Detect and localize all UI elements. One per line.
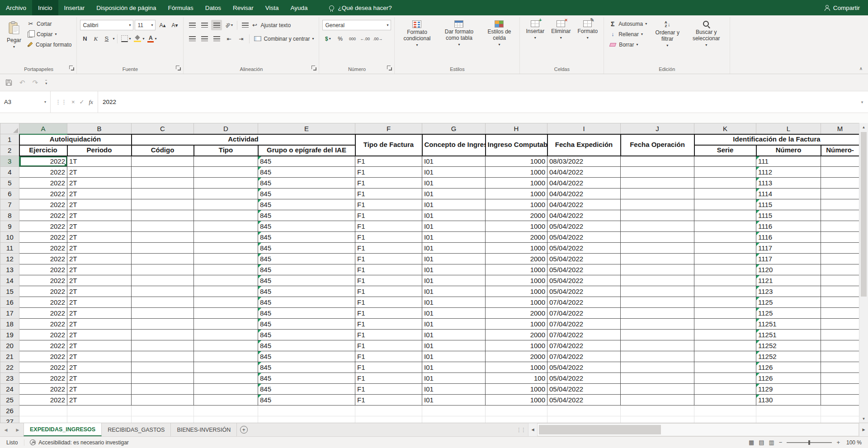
cell-C5[interactable] (132, 178, 194, 189)
cell-G27[interactable] (422, 416, 486, 423)
cell-C16[interactable] (132, 297, 194, 308)
cell-A24[interactable]: 2022 (19, 384, 67, 395)
cell-H15[interactable]: 1000 (486, 286, 547, 297)
header-cell[interactable]: Ingreso Computable (486, 134, 547, 156)
cell-styles-button[interactable]: Estilos de celda ▾ (482, 19, 516, 47)
cell-M23[interactable] (821, 373, 859, 384)
cell-G3[interactable]: I01 (422, 156, 486, 167)
cell-I27[interactable] (547, 416, 621, 423)
row-header-9[interactable]: 9 (0, 221, 19, 232)
cell-I25[interactable]: 05/04/2022 (547, 395, 621, 406)
cell-G26[interactable] (422, 406, 486, 416)
row-header-5[interactable]: 5 (0, 178, 19, 189)
cell-F13[interactable]: F1 (355, 264, 422, 275)
cell-B21[interactable]: 2T (67, 351, 132, 362)
cell-H24[interactable]: 1000 (486, 384, 547, 395)
cell-K9[interactable] (694, 221, 756, 232)
menu-tab-ayuda[interactable]: Ayuda (285, 0, 314, 15)
column-header-J[interactable]: J (621, 123, 694, 134)
formula-bar-expand-button[interactable]: ▾ (856, 91, 868, 113)
cell-H27[interactable] (486, 416, 547, 423)
decrease-font-size-button[interactable]: A▾ (169, 20, 180, 30)
cell-C22[interactable] (132, 362, 194, 373)
cell-D9[interactable] (194, 221, 258, 232)
cell-A26[interactable] (19, 406, 67, 416)
cell-J6[interactable] (621, 189, 694, 199)
cell-C27[interactable] (132, 416, 194, 423)
increase-font-size-button[interactable]: A▴ (157, 20, 168, 30)
cell-M15[interactable] (821, 286, 859, 297)
cell-L13[interactable]: 1120 (756, 264, 821, 275)
cell-L23[interactable]: 1126 (756, 373, 821, 384)
cell-M3[interactable] (821, 156, 859, 167)
cell-G13[interactable]: I01 (422, 264, 486, 275)
underline-button[interactable]: S (102, 33, 111, 44)
cell-G8[interactable]: I01 (422, 210, 486, 221)
cell-B5[interactable]: 2T (67, 178, 132, 189)
align-right-button[interactable] (211, 33, 222, 44)
row-header-14[interactable]: 14 (0, 275, 19, 286)
cell-E26[interactable] (258, 406, 355, 416)
cell-D3[interactable] (194, 156, 258, 167)
cell-B4[interactable]: 2T (67, 167, 132, 178)
cell-C19[interactable] (132, 330, 194, 340)
cell-E10[interactable]: 845 (258, 232, 355, 243)
cell-K17[interactable] (694, 308, 756, 319)
align-middle-button[interactable] (199, 20, 210, 30)
cell-H3[interactable]: 1000 (486, 156, 547, 167)
sort-filter-button[interactable]: AZ ↓ Ordenar y filtrar ▾ (650, 19, 684, 48)
cell-J27[interactable] (621, 416, 694, 423)
cell-I20[interactable]: 07/04/2022 (547, 340, 621, 351)
name-box[interactable]: A3 ▾ (0, 91, 51, 113)
cell-D19[interactable] (194, 330, 258, 340)
cell-E22[interactable]: 845 (258, 362, 355, 373)
menu-tab-insertar[interactable]: Insertar (58, 0, 91, 15)
row-header-27[interactable]: 27 (0, 416, 19, 423)
row-header-18[interactable]: 18 (0, 319, 19, 330)
cell-K3[interactable] (694, 156, 756, 167)
cell-G14[interactable]: I01 (422, 275, 486, 286)
cell-E16[interactable]: 845 (258, 297, 355, 308)
cell-F9[interactable]: F1 (355, 221, 422, 232)
cell-G7[interactable]: I01 (422, 199, 486, 210)
cell-H14[interactable]: 1000 (486, 275, 547, 286)
menu-tab-archivo[interactable]: Archivo (0, 0, 32, 15)
menu-tab-fórmulas[interactable]: Fórmulas (162, 0, 199, 15)
cell-A10[interactable]: 2022 (19, 232, 67, 243)
autosum-button[interactable]: Σ Autosuma ▾ (607, 19, 649, 29)
cell-J7[interactable] (621, 199, 694, 210)
clipboard-dialog-launcher[interactable] (69, 66, 75, 71)
cell-K6[interactable] (694, 189, 756, 199)
row-header-24[interactable]: 24 (0, 384, 19, 395)
cell-I12[interactable]: 05/04/2022 (547, 254, 621, 264)
row-header-22[interactable]: 22 (0, 362, 19, 373)
cell-K21[interactable] (694, 351, 756, 362)
column-header-K[interactable]: K (694, 123, 756, 134)
cell-D14[interactable] (194, 275, 258, 286)
cell-F10[interactable]: F1 (355, 232, 422, 243)
row-header-11[interactable]: 11 (0, 243, 19, 254)
cell-M13[interactable] (821, 264, 859, 275)
cell-B20[interactable]: 2T (67, 340, 132, 351)
cell-A27[interactable] (19, 416, 67, 423)
cell-I4[interactable]: 04/04/2022 (547, 167, 621, 178)
paste-button[interactable]: Pegar ▾ (4, 19, 24, 50)
cell-I14[interactable]: 05/04/2022 (547, 275, 621, 286)
row-header-7[interactable]: 7 (0, 199, 19, 210)
cell-E12[interactable]: 845 (258, 254, 355, 264)
cell-J12[interactable] (621, 254, 694, 264)
cell-K20[interactable] (694, 340, 756, 351)
cell-E18[interactable]: 845 (258, 319, 355, 330)
cell-I10[interactable]: 05/04/2022 (547, 232, 621, 243)
cell-D5[interactable] (194, 178, 258, 189)
cell-A6[interactable]: 2022 (19, 189, 67, 199)
row-header-16[interactable]: 16 (0, 297, 19, 308)
cell-F23[interactable]: F1 (355, 373, 422, 384)
fill-color-button[interactable]: ▾ (133, 33, 145, 44)
cell-E8[interactable]: 845 (258, 210, 355, 221)
cell-G21[interactable]: I01 (422, 351, 486, 362)
insert-cells-button[interactable]: + Insertar ▾ (523, 19, 547, 41)
cell-K23[interactable] (694, 373, 756, 384)
cell-L14[interactable]: 1121 (756, 275, 821, 286)
cell-D12[interactable] (194, 254, 258, 264)
